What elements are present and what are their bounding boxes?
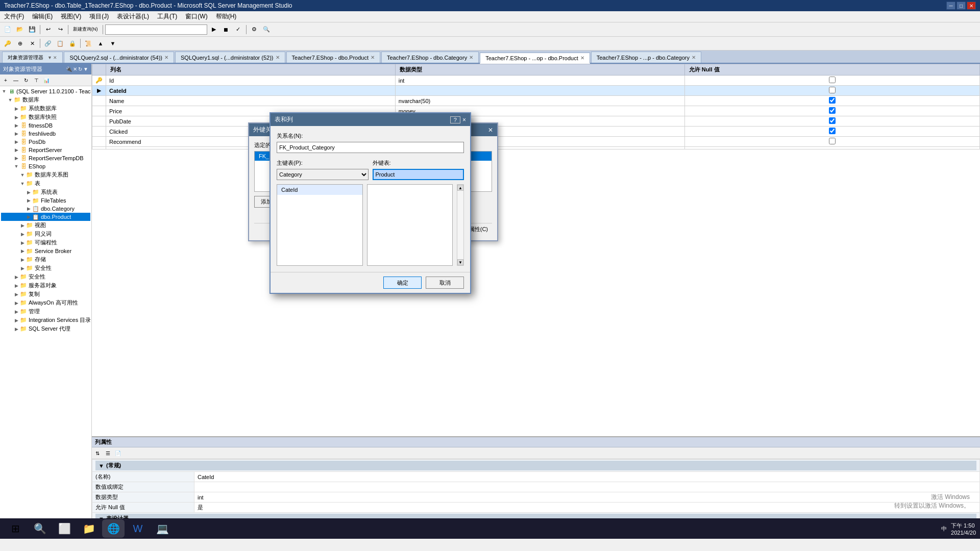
tree-toggle-prog[interactable]: ▶ [19, 240, 26, 246]
explorer-btn-connect[interactable]: 🔌 [66, 66, 72, 72]
col-null-pubdate[interactable] [684, 116, 979, 127]
taskbar-vs[interactable]: 💻 [151, 519, 174, 538]
tc-scrollbar[interactable]: ▲ ▼ [457, 184, 464, 266]
tree-toggle-tables[interactable]: ▼ [19, 181, 26, 187]
taskbar-start[interactable]: ⊞ [4, 519, 27, 538]
tree-toggle-ao[interactable]: ▶ [13, 300, 19, 306]
tc-dialog-close[interactable]: × [462, 116, 466, 123]
tree-toggle-repl[interactable]: ▶ [13, 291, 19, 297]
menu-project[interactable]: 项目(J) [85, 11, 113, 22]
db-selector[interactable] [105, 24, 207, 35]
tab-product-active[interactable]: Teacher7.EShop - ...op - dbo.Product ✕ [480, 53, 590, 64]
tab-close-sq2[interactable]: ✕ [164, 55, 168, 60]
tree-databases[interactable]: ▼ 📁 数据库 [1, 95, 90, 104]
tree-storage[interactable]: ▶ 📁 存储 [1, 255, 90, 264]
table-row-selected[interactable]: ▶ CateId [92, 86, 980, 96]
tree-server[interactable]: ▼ 🖥 (SQL Server 11.0.2100 - Teac [1, 87, 90, 95]
tb-stop[interactable]: ⏹ [220, 24, 232, 35]
tree-toggle-pos[interactable]: ▶ [13, 139, 19, 145]
tb-relationships[interactable]: 🔗 [42, 38, 54, 49]
menu-tools[interactable]: 工具(T) [153, 11, 181, 22]
tc-dialog-help[interactable]: ? [450, 116, 460, 123]
menu-view[interactable]: 视图(V) [57, 11, 85, 22]
taskbar-word[interactable]: W [127, 519, 149, 538]
tb-set-pk[interactable]: 🔑 [2, 38, 13, 49]
tree-integration-services[interactable]: ▶ 📁 Integration Services 目录 [1, 316, 90, 324]
tree-toggle-dboprod[interactable]: ▶ [26, 214, 32, 220]
explorer-btn-disconnect[interactable]: ✕ [73, 66, 77, 72]
col-name-cateid[interactable]: CateId [106, 86, 396, 96]
maximize-btn[interactable]: □ [957, 2, 966, 10]
tree-security-eshop[interactable]: ▶ 📁 安全性 [1, 264, 90, 272]
tree-toggle-fresh[interactable]: ▶ [13, 131, 19, 137]
col-null-price[interactable] [684, 106, 979, 116]
col-type-id[interactable]: int [395, 76, 684, 86]
tree-toggle-views[interactable]: ▶ [19, 222, 26, 229]
tree-freshlivedb[interactable]: ▶ 🗄 freshlivedb [1, 130, 90, 138]
tc-cancel-btn[interactable]: 取消 [426, 277, 464, 289]
section-general[interactable]: ▼ (常规) [95, 461, 976, 470]
tree-toggle-db[interactable]: ▼ [7, 97, 13, 103]
table-row[interactable]: Name nvarchar(50) [92, 96, 980, 106]
taskbar-edge[interactable]: 🌐 [102, 519, 125, 538]
tree-server-objects[interactable]: ▶ 📁 服务器对象 [1, 281, 90, 290]
tb-undo[interactable]: ↩ [42, 24, 54, 35]
tb-move-up[interactable]: ▲ [95, 38, 106, 49]
tree-toggle-agent[interactable]: ▶ [13, 326, 19, 332]
tree-toggle-syn[interactable]: ▶ [19, 231, 26, 237]
tc-fk-input[interactable] [373, 169, 464, 180]
tree-sql-agent[interactable]: ▶ 📁 SQL Server 代理 [1, 324, 90, 333]
tree-eshop[interactable]: ▼ 🗄 EShop [1, 162, 90, 170]
table-row[interactable]: Clicked int [92, 127, 980, 137]
tree-toggle-diag[interactable]: ▼ [19, 172, 26, 178]
tree-toggle-secesh[interactable]: ▶ [19, 265, 26, 271]
col-type-name[interactable]: nvarchar(50) [395, 96, 684, 106]
tree-service-broker[interactable]: ▶ 📁 Service Broker [1, 247, 90, 255]
tree-toggle-sb[interactable]: ▶ [19, 248, 26, 254]
oe-filter-btn[interactable]: ⊤ [32, 76, 41, 85]
tree-reportserver[interactable]: ▶ 🗄 ReportServer [1, 146, 90, 154]
tree-toggle-mgmt[interactable]: ▶ [13, 309, 19, 315]
tab-sqlquery1[interactable]: SQLQuery1.sql - (...dministrator (52)) ✕ [175, 52, 285, 63]
tc-relation-input[interactable] [277, 142, 464, 153]
tb-open[interactable]: 📂 [14, 24, 26, 35]
tb-parse[interactable]: ✓ [233, 24, 244, 35]
table-row[interactable]: Recommend int [92, 137, 980, 147]
props-category-btn[interactable]: ☰ [103, 448, 112, 458]
tab-object-explorer[interactable]: 对象资源管理器 ▼ ✕ [2, 52, 63, 63]
col-null-cateid[interactable] [684, 86, 979, 96]
explorer-btn-refresh[interactable]: ↻ [78, 66, 82, 72]
tc-pk-select[interactable]: Category [277, 169, 369, 180]
table-row[interactable]: Price money [92, 106, 980, 116]
col-name-id[interactable]: Id [106, 76, 396, 86]
section-toggle-general[interactable]: ▼ [99, 463, 104, 469]
taskbar-search[interactable]: 🔍 [29, 519, 51, 538]
tree-reportservertempdb[interactable]: ▶ 🗄 ReportServerTempDB [1, 154, 90, 162]
tb-execute[interactable]: ▶ [208, 24, 219, 35]
taskbar-taskview[interactable]: ⬜ [53, 519, 76, 538]
prop-value-default[interactable] [194, 482, 980, 492]
col-null-id[interactable] [684, 76, 979, 86]
tree-dbo-category[interactable]: ▶ 📋 dbo.Category [1, 205, 90, 213]
tc-grid-row-cateid-pk[interactable]: CateId [277, 185, 362, 195]
tab-category[interactable]: Teacher7.EShop - dbo.Category ✕ [381, 52, 479, 63]
tb-settings[interactable]: ⚙ [249, 24, 260, 35]
oe-refresh-btn[interactable]: ↻ [21, 76, 31, 85]
tab-close-cat2[interactable]: ✕ [692, 55, 696, 60]
tree-toggle-eshop[interactable]: ▼ [13, 163, 19, 169]
col-null-name[interactable] [684, 96, 979, 106]
tb-delete-col[interactable]: ✕ [27, 38, 38, 49]
tree-toggle-server[interactable]: ▼ [1, 88, 7, 94]
close-btn[interactable]: ✕ [967, 2, 976, 10]
taskbar-explorer[interactable]: 📁 [78, 519, 100, 538]
tab-product[interactable]: Teacher7.EShop - dbo.Product ✕ [286, 52, 380, 63]
tree-systables[interactable]: ▶ 📁 系统表 [1, 188, 90, 196]
table-row[interactable]: 🔑 Id int [92, 76, 980, 86]
tree-toggle-stor[interactable]: ▶ [19, 257, 26, 263]
tc-grid-row-cateid-fk[interactable] [368, 185, 453, 189]
tree-toggle-snap[interactable]: ▶ [13, 114, 19, 120]
tc-confirm-btn[interactable]: 确定 [383, 277, 422, 289]
tree-synonyms[interactable]: ▶ 📁 同义词 [1, 230, 90, 238]
tree-snapshots[interactable]: ▶ 📁 数据库快照 [1, 113, 90, 121]
tree-toggle-rstmp[interactable]: ▶ [13, 155, 19, 161]
